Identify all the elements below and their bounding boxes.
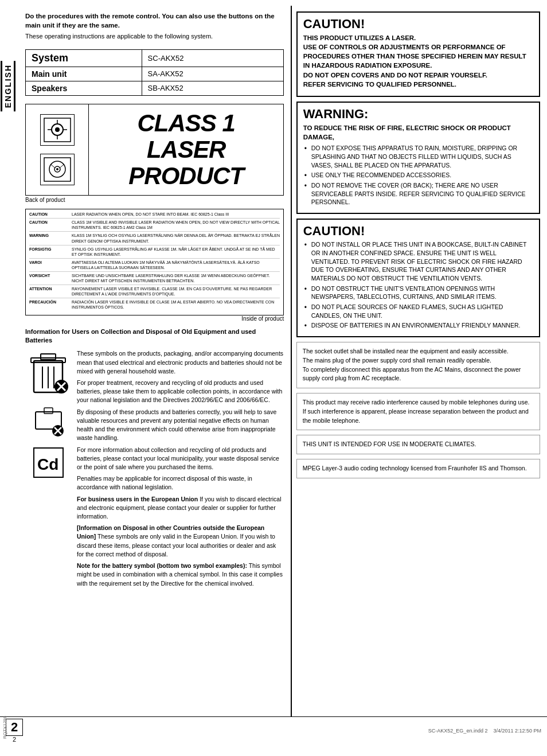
wl-lang-7: PRECAUCIÓN	[29, 299, 69, 310]
svg-point-10	[56, 168, 58, 170]
left-column: Do the procedures with the remote contro…	[16, 6, 291, 716]
wl-text-0: LASER RADIATION WHEN OPEN, DO NOT STARE …	[72, 212, 280, 217]
wl-lang-0: CAUTION	[29, 212, 69, 217]
caution2-bullets: DO NOT INSTALL OR PLACE THIS UNIT IN A B…	[303, 240, 533, 330]
cd-label: Cd	[33, 447, 64, 480]
warning-label-box: CAUTION LASER RADIATION WHEN OPEN, DO NO…	[25, 209, 284, 315]
caution-line2: USE OF CONTROLS OR ADJUSTMENTS OR PERFOR…	[303, 44, 526, 69]
caution-box-1: CAUTION! THIS PRODUCT UTILIZES A LASER. …	[296, 11, 540, 97]
laser-left-icons	[26, 104, 89, 196]
warning-bullet-0: DO NOT EXPOSE THIS APPARATUS TO RAIN, MO…	[303, 144, 533, 169]
wl-text-5: SICHTBARE UND UNSICHTBARE LASERSTRAHLUNG…	[72, 273, 280, 283]
class1-laser-text: CLASS 1 LASER PRODUCT	[95, 110, 278, 190]
caution-line4: REFER SERVICING TO QUALIFIED PERSONNEL.	[303, 81, 456, 88]
caution-title-2: CAUTION!	[303, 224, 533, 238]
collection-section: Information for Users on Collection and …	[25, 328, 284, 591]
laser-icon-box	[40, 114, 75, 146]
collection-icons: Cd	[25, 349, 71, 590]
wl-row-2: WARNING KLASS 1M SYNLIG OCH OSYNLIG LASE…	[29, 233, 280, 245]
svg-rect-15	[41, 354, 56, 360]
svg-rect-23	[44, 408, 53, 414]
wl-row-6: ATTENTION RAYONNEMENT LASER VISIBLE ET I…	[29, 286, 280, 298]
intro-section: Do the procedures with the remote contro…	[25, 11, 284, 41]
wl-lang-4: VAROI	[29, 260, 69, 270]
wl-row-7: PRECAUCIÓN RADIACIÓN LASER VISIBLE E INV…	[29, 299, 280, 311]
warning-bullets: DO NOT EXPOSE THIS APPARATUS TO RAIN, MO…	[303, 144, 533, 206]
wl-lang-5: VORSICHT	[29, 273, 69, 283]
business-heading: For business users in the European Union	[77, 496, 198, 502]
caution2-bullet-0: DO NOT INSTALL OR PLACE THIS UNIT IN A B…	[303, 240, 533, 282]
mpeg-info-box: MPEG Layer-3 audio coding technology lic…	[296, 459, 540, 478]
collection-business: For business users in the European Union…	[77, 495, 284, 521]
wl-lang-1: CAUTION	[29, 220, 69, 230]
warning-subtitle: TO REDUCE THE RISK OF FIRE, ELECTRIC SHO…	[303, 123, 533, 142]
battery-icon	[33, 403, 64, 438]
collection-text-col: These symbols on the products, packaging…	[77, 349, 284, 590]
caution2-bullet-1: DO NOT OBSTRUCT THE UNIT'S VENTILATION O…	[303, 285, 533, 301]
system-row1-value: SA-AKX52	[142, 67, 284, 81]
svg-line-11	[51, 165, 54, 167]
wl-lang-3: FORSIGTIG	[29, 247, 69, 257]
system-row1-label: Main unit	[26, 67, 142, 81]
socket-info-box: The socket outlet shall be installed nea…	[296, 342, 540, 388]
caution2-bullet-3: DISPOSE OF BATTERIES IN AN ENVIRONMENTAL…	[303, 321, 533, 330]
system-header-value: SC-AKX52	[142, 49, 284, 67]
warning-bullet-2: DO NOT REMOVE THE COVER (OR BACK); THERE…	[303, 181, 533, 206]
caution-line3: DO NOT OPEN COVERS AND DO NOT REPAIR YOU…	[303, 72, 487, 79]
page-num-sub: 2	[13, 736, 16, 743]
footer-left: 2 2	[6, 719, 23, 743]
warning-labels-section: CAUTION LASER RADIATION WHEN OPEN, DO NO…	[25, 209, 284, 321]
page-number-box: 2	[6, 719, 23, 736]
collection-para5: Penalties may be applicable for incorrec…	[77, 474, 284, 492]
wl-lang-6: ATTENTION	[29, 286, 69, 297]
back-of-product-label: Back of product	[25, 197, 284, 203]
collection-para2: For proper treatment, recovery and recyc…	[77, 379, 284, 405]
inside-of-product-label: Inside of product	[25, 315, 284, 322]
caution-line1: THIS PRODUCT UTILIZES A LASER.	[303, 34, 416, 41]
footer-right: SC-AKX52_EG_en.indd 2 3/4/2011 2:12:50 P…	[428, 728, 541, 734]
warning-box: WARNING: TO REDUCE THE RISK OF FIRE, ELE…	[296, 102, 540, 214]
laser-product-section: CLASS 1 LASER PRODUCT Back of product	[25, 102, 284, 204]
wl-row-0: CAUTION LASER RADIATION WHEN OPEN, DO NO…	[29, 212, 280, 219]
laser-box: CLASS 1 LASER PRODUCT	[25, 104, 284, 196]
wl-row-1: CAUTION CLASS 1M VISIBLE AND INVISIBLE L…	[29, 220, 280, 232]
footer-filename: SC-AKX52_EG_en.indd 2	[428, 728, 488, 734]
caution-subtitle-1: THIS PRODUCT UTILIZES A LASER. USE OF CO…	[303, 33, 533, 89]
footer-date: 3/4/2011 2:12:50 PM	[493, 728, 541, 734]
wl-text-4: AVATTAESSA OLI ALTEMA LUOKAN 1M NÄKYVÄÄ …	[72, 260, 280, 270]
collection-layout: Cd These symbols on the products, packag…	[25, 349, 284, 590]
collection-battery: Note for the battery symbol (bottom two …	[77, 562, 284, 588]
warning-title: WARNING:	[303, 107, 533, 121]
system-table: System SC-AKX52 Main unit SA-AKX52 Speak…	[25, 49, 284, 96]
wl-row-5: VORSICHT SICHTBARE UND UNSICHTBARE LASER…	[29, 273, 280, 285]
radio-text: This product may receive radio interfere…	[303, 399, 530, 424]
rqtx-label: RQTX1298	[2, 716, 7, 739]
wl-text-1: CLASS 1M VISIBLE AND INVISIBLE LASER RAD…	[72, 220, 280, 230]
laser-disc-icon	[40, 154, 75, 185]
wl-row-4: VAROI AVATTAESSA OLI ALTEMA LUOKAN 1M NÄ…	[29, 260, 280, 272]
wl-text-2: KLASS 1M SYNLIG OCH OSYNLIG LASERSTRÄLNI…	[72, 233, 280, 243]
collection-other-countries: [Information on Disposal in other Countr…	[77, 524, 284, 559]
svg-point-6	[55, 127, 60, 132]
wl-text-6: RAYONNEMENT LASER VISIBLE ET INVISIBLE. …	[72, 286, 280, 297]
caution-box-2: CAUTION! DO NOT INSTALL OR PLACE THIS UN…	[296, 219, 540, 337]
system-row2-value: SB-AKX52	[142, 81, 284, 95]
socket-text: The socket outlet shall be installed nea…	[303, 348, 521, 381]
svg-line-12	[60, 165, 64, 167]
page-indicator: 2 2	[6, 719, 23, 743]
other-countries-text: These symbols are only valid in the Euro…	[77, 533, 276, 557]
footer-bar: 2 2 SC-AKX52_EG_en.indd 2 3/4/2011 2:12:…	[0, 716, 547, 745]
system-row2-label: Speakers	[26, 81, 142, 95]
wl-text-7: RADIACIÓN LASER VISIBLE E INVISIBLE DE C…	[72, 299, 280, 310]
collection-para4: For more information about collection an…	[77, 446, 284, 472]
svg-text:Cd: Cd	[37, 455, 58, 473]
system-header-label: System	[26, 49, 142, 67]
wl-text-3: SYNLIG OG USYNLIG LASERSTRÅLING AF KLASS…	[72, 247, 280, 257]
caution-title-1: CAUTION!	[303, 17, 533, 31]
wl-row-3: FORSIGTIG SYNLIG OG USYNLIG LASERSTRÅLIN…	[29, 247, 280, 259]
bin-icon-1	[28, 349, 68, 395]
intro-regular-text: These operating instructions are applica…	[25, 32, 284, 41]
right-column: CAUTION! THIS PRODUCT UTILIZES A LASER. …	[292, 6, 547, 716]
wl-lang-2: WARNING	[29, 233, 69, 243]
radio-info-box: This product may receive radio interfere…	[296, 393, 540, 430]
